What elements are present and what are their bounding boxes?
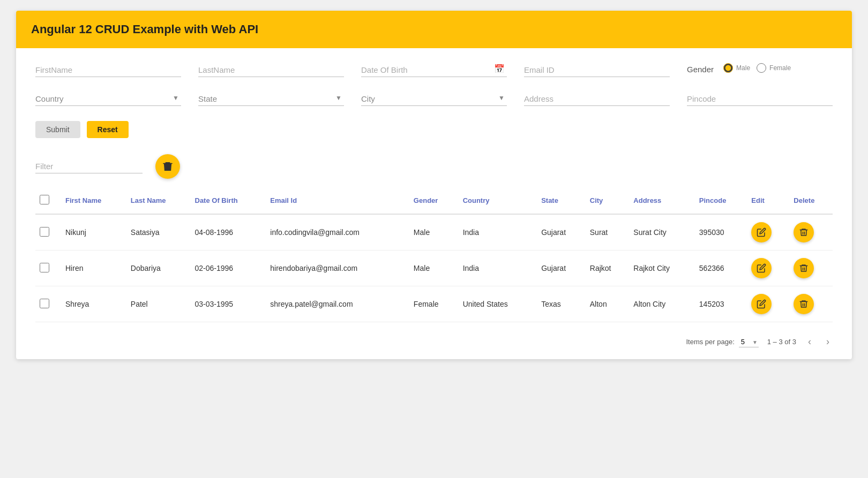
table-header-row: First Name Last Name Date Of Birth Email…	[35, 187, 833, 214]
col-header-gender: Gender	[409, 187, 459, 214]
col-header-city: City	[586, 187, 630, 214]
cell-email: shreya.patel@gmail.com	[266, 286, 409, 322]
lastname-field	[198, 63, 344, 77]
gender-male-label: Male	[736, 64, 750, 72]
bulk-delete-button[interactable]	[155, 154, 180, 179]
cell-pincode: 395030	[695, 214, 747, 251]
col-header-address: Address	[629, 187, 695, 214]
page-range-text: 1 – 3 of 3	[767, 338, 796, 346]
header-checkbox-cell	[35, 187, 61, 214]
row-checkbox-2[interactable]	[40, 299, 49, 308]
state-select-wrapper: State Gujarat Texas California ▼	[198, 92, 344, 106]
data-table: First Name Last Name Date Of Birth Email…	[35, 187, 833, 322]
cell-address: Rajkot City	[629, 251, 695, 286]
table-section: First Name Last Name Date Of Birth Email…	[16, 187, 852, 328]
cell-country: India	[459, 214, 537, 251]
pincode-input[interactable]	[687, 92, 833, 106]
cell-firstname: Nikunj	[61, 214, 126, 251]
col-header-pincode: Pincode	[695, 187, 747, 214]
prev-page-button[interactable]: ‹	[805, 334, 814, 350]
dob-input[interactable]	[361, 63, 507, 77]
table-head: First Name Last Name Date Of Birth Email…	[35, 187, 833, 214]
cell-state: Gujarat	[537, 251, 586, 286]
gender-label: Gender	[687, 65, 714, 74]
cell-city: Surat	[586, 214, 630, 251]
trash-icon	[162, 161, 174, 172]
edit-button-2[interactable]	[751, 294, 772, 314]
pencil-icon	[757, 263, 766, 273]
gender-female-label: Female	[769, 64, 791, 72]
svg-rect-1	[168, 165, 169, 169]
cell-delete	[789, 286, 833, 322]
cell-lastname: Satasiya	[126, 214, 191, 251]
col-header-edit: Edit	[747, 187, 789, 214]
gender-female-radio[interactable]	[757, 63, 766, 73]
reset-button[interactable]: Reset	[87, 121, 129, 138]
firstname-input[interactable]	[35, 63, 181, 77]
cell-dob: 04-08-1996	[191, 214, 266, 251]
btn-row: Submit Reset	[35, 121, 833, 138]
city-select-wrapper: City Surat Rajkot Alton ▼	[361, 92, 507, 106]
form-section: 📅 Gender Male Female	[16, 48, 852, 154]
cell-pincode: 145203	[695, 286, 747, 322]
cell-lastname: Patel	[126, 286, 191, 322]
select-all-checkbox[interactable]	[40, 195, 49, 204]
lastname-input[interactable]	[198, 63, 344, 77]
gender-male-option[interactable]: Male	[723, 63, 750, 73]
cell-pincode: 562366	[695, 251, 747, 286]
cell-country: India	[459, 251, 537, 286]
delete-button-0[interactable]	[794, 222, 814, 242]
email-input[interactable]	[524, 63, 670, 77]
trash-icon-row	[799, 263, 809, 273]
submit-button[interactable]: Submit	[35, 121, 80, 138]
gender-male-radio[interactable]	[723, 63, 733, 73]
cell-edit	[747, 286, 789, 322]
gender-field: Gender Male Female	[687, 63, 833, 77]
address-input[interactable]	[524, 92, 670, 106]
cell-lastname: Dobariya	[126, 251, 191, 286]
country-field: Country India United States UK ▼	[35, 92, 181, 106]
cell-email: hirendobariya@gmail.com	[266, 251, 409, 286]
pagination-row: Items per page: 5 10 25 ▼ 1 – 3 of 3 ‹ ›	[16, 328, 852, 359]
row-checkbox-1[interactable]	[40, 263, 49, 272]
firstname-field	[35, 63, 181, 77]
cell-dob: 02-06-1996	[191, 251, 266, 286]
cell-delete	[789, 251, 833, 286]
filter-input[interactable]	[35, 160, 143, 173]
cell-gender: Female	[409, 286, 459, 322]
country-select[interactable]: Country India United States UK	[35, 92, 181, 106]
row-checkbox-0[interactable]	[40, 227, 49, 237]
edit-button-0[interactable]	[751, 222, 772, 242]
delete-button-1[interactable]	[794, 258, 814, 278]
city-select[interactable]: City Surat Rajkot Alton	[361, 92, 507, 106]
edit-button-1[interactable]	[751, 258, 772, 278]
delete-button-2[interactable]	[794, 294, 814, 314]
pencil-icon	[757, 227, 766, 237]
cell-city: Rajkot	[586, 251, 630, 286]
table-row: Hiren Dobariya 02-06-1996 hirendobariya@…	[35, 251, 833, 286]
col-header-delete: Delete	[789, 187, 833, 214]
dob-field: 📅	[361, 63, 507, 77]
cell-firstname: Hiren	[61, 251, 126, 286]
cell-address: Surat City	[629, 214, 695, 251]
col-header-dob: Date Of Birth	[191, 187, 266, 214]
cell-gender: Male	[409, 214, 459, 251]
row-checkbox-cell	[35, 286, 61, 322]
cell-firstname: Shreya	[61, 286, 126, 322]
cell-dob: 03-03-1995	[191, 286, 266, 322]
col-header-firstname: First Name	[61, 187, 126, 214]
items-per-page-select[interactable]: 5 10 25	[739, 337, 759, 347]
email-field	[524, 63, 670, 77]
next-page-button[interactable]: ›	[823, 334, 833, 350]
table-row: Shreya Patel 03-03-1995 shreya.patel@gma…	[35, 286, 833, 322]
col-header-state: State	[537, 187, 586, 214]
col-header-country: Country	[459, 187, 537, 214]
gender-female-option[interactable]: Female	[757, 63, 791, 73]
filter-row	[16, 154, 852, 187]
table-body: Nikunj Satasiya 04-08-1996 info.codingvi…	[35, 214, 833, 322]
state-select[interactable]: State Gujarat Texas California	[198, 92, 344, 106]
pencil-icon	[757, 299, 766, 309]
trash-icon-row	[799, 227, 809, 237]
cell-email: info.codingvila@gmail.com	[266, 214, 409, 251]
form-row-1: 📅 Gender Male Female	[35, 63, 833, 77]
